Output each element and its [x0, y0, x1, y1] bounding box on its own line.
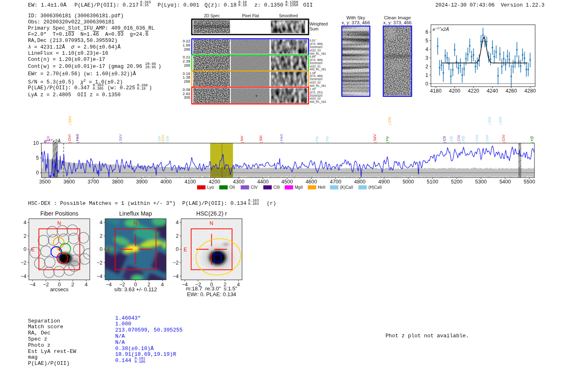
svg-text:3900: 3900 [136, 179, 148, 185]
svg-text:Smoothed: Smoothed [279, 14, 298, 18]
svg-text:{ SiIV: { SiIV [67, 116, 72, 125]
svg-text:{ CIII: { CIII [456, 135, 461, 143]
svg-text:Fiber Positions: Fiber Positions [40, 210, 79, 217]
svg-text:286: 286 [184, 47, 190, 51]
svg-text:Sum: Sum [310, 26, 319, 31]
svg-text:{ Hβ: { Hβ [530, 136, 534, 143]
svg-text:4800: 4800 [354, 179, 366, 185]
svg-text:4500: 4500 [281, 179, 293, 185]
svg-text:{ SiII: { SiII [258, 135, 263, 143]
svg-text:(372, 291): (372, 291) [310, 91, 323, 94]
svg-text:E: E [31, 247, 35, 253]
svg-text:{ Hγ: { Hγ [314, 136, 319, 143]
svg-text:{ OIII: { OIII [485, 135, 489, 143]
svg-text:4180: 4180 [430, 88, 441, 94]
svg-text:e−17x2Å: e−17x2Å [433, 26, 449, 32]
svg-text:−2: −2 [21, 260, 26, 266]
svg-text:−4: −4 [97, 274, 102, 279]
svg-text:v022_02: v022_02 [310, 81, 321, 84]
svg-text:With Sky: With Sky [346, 15, 365, 20]
svg-text:3600: 3600 [63, 179, 75, 185]
svg-text:(373, 466): (373, 466) [310, 42, 323, 46]
svg-text:{ HeII: { HeII [279, 134, 283, 143]
svg-text:x, y: 373, 466: x, y: 373, 466 [383, 20, 411, 25]
svg-text:1.18": 1.18" [310, 72, 317, 74]
svg-text:5: 5 [36, 155, 39, 161]
svg-text:0: 0 [176, 246, 179, 252]
svg-text:0.51": 0.51" [310, 39, 317, 42]
svg-text:{ Hβ: { Hβ [449, 136, 453, 143]
svg-text:2: 2 [100, 233, 102, 239]
svg-text:N: N [133, 220, 137, 226]
svg-text:E: E [107, 247, 111, 253]
svg-text:CIII: CIII [274, 185, 280, 190]
svg-text:s/b: 3.63 +/- 0.112: s/b: 3.63 +/- 0.112 [114, 286, 157, 292]
svg-text:v022_03: v022_03 [310, 49, 321, 52]
svg-text:E: E [183, 247, 187, 253]
svg-text:4: 4 [176, 220, 179, 225]
svg-text:OII: OII [230, 185, 235, 190]
svg-text:20200320: 20200320 [310, 46, 323, 49]
svg-text:Clean Image: Clean Image [384, 15, 411, 20]
svg-text:409_RL_032: 409_RL_032 [310, 100, 326, 104]
svg-text:{ Hγ: { Hγ [385, 136, 389, 143]
svg-text:{ Hγ: { Hγ [325, 136, 329, 143]
svg-text:20200320: 20200320 [310, 62, 323, 65]
svg-text:−2: −2 [97, 260, 102, 266]
svg-text:HSC(26.2) r: HSC(26.2) r [196, 210, 227, 217]
svg-text:286: 286 [184, 79, 190, 84]
svg-text:6: 6 [425, 29, 428, 35]
svg-text:4: 4 [237, 282, 240, 288]
svg-text:0: 0 [100, 246, 102, 252]
svg-text:{ CIV: { CIV [160, 135, 165, 143]
svg-text:305: 305 [184, 95, 190, 100]
svg-text:286: 286 [184, 63, 190, 67]
svg-text:{ OVI: { OVI [67, 135, 72, 143]
svg-text:20200320: 20200320 [310, 78, 323, 81]
svg-text:1: 1 [425, 72, 428, 78]
svg-text:10: 10 [33, 140, 39, 146]
svg-text:409_RL_051: 409_RL_051 [310, 84, 326, 88]
svg-text:1.39": 1.39" [310, 88, 317, 90]
svg-text:{ CIII: { CIII [387, 117, 392, 125]
svg-text:2: 2 [23, 233, 26, 239]
svg-text:4: 4 [85, 282, 88, 288]
svg-text:0: 0 [36, 170, 39, 176]
svg-text:4200: 4200 [209, 179, 220, 185]
svg-text:5000: 5000 [402, 179, 414, 185]
svg-text:5400: 5400 [499, 179, 511, 185]
svg-text:Weighted: Weighted [310, 21, 328, 26]
svg-text:4: 4 [161, 282, 164, 288]
svg-text:4220: 4220 [468, 88, 479, 94]
svg-text:arcsecs: arcsecs [50, 286, 69, 292]
svg-text:{ HeII: { HeII [75, 134, 79, 143]
svg-text:2D Spec: 2D Spec [204, 14, 220, 18]
svg-text:{ CII: { CII [442, 136, 446, 143]
svg-text:(H)CaII: (H)CaII [369, 185, 382, 190]
svg-text:20200320: 20200320 [310, 94, 323, 97]
svg-text:5: 5 [425, 38, 428, 44]
svg-text:CIV: CIV [251, 185, 258, 190]
svg-text:5500: 5500 [524, 179, 535, 185]
svg-text:N: N [209, 220, 213, 226]
svg-text:−2: −2 [173, 260, 179, 266]
svg-text:4000: 4000 [160, 179, 172, 185]
svg-text:{ SiIV: { SiIV [372, 134, 377, 143]
svg-text:4280: 4280 [525, 88, 536, 94]
svg-text:3: 3 [425, 55, 428, 61]
svg-text:4300: 4300 [233, 179, 244, 185]
svg-text:4: 4 [100, 220, 102, 225]
svg-text:−4: −4 [173, 274, 179, 279]
svg-text:x, y: 373, 466: x, y: 373, 466 [341, 20, 370, 25]
svg-text:5300: 5300 [475, 179, 487, 185]
svg-text:Pixel Flat: Pixel Flat [242, 14, 259, 18]
svg-text:HeII: HeII [318, 185, 325, 190]
svg-text:2: 2 [176, 233, 179, 239]
svg-text:3800: 3800 [112, 179, 123, 185]
svg-text:2: 2 [425, 64, 428, 70]
svg-text:3500: 3500 [39, 179, 51, 185]
svg-text:4: 4 [23, 220, 26, 225]
svg-text:4700: 4700 [330, 179, 341, 185]
svg-text:N: N [57, 220, 61, 226]
svg-text:3700: 3700 [88, 179, 99, 185]
